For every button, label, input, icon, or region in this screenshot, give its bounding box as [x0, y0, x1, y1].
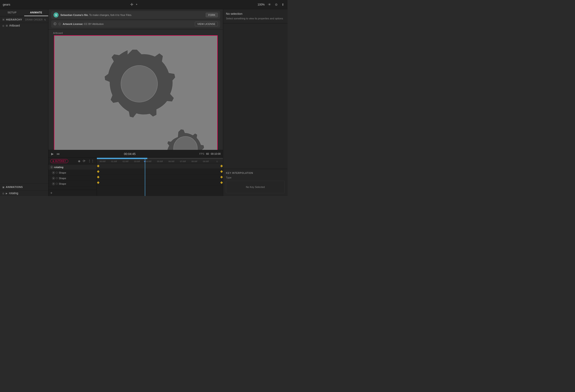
- eye-icon[interactable]: 👁: [267, 2, 272, 7]
- keyframe-shape1-right[interactable]: [220, 170, 223, 173]
- hierarchy-label: HIERARCHY: [6, 18, 22, 21]
- track-shape-3[interactable]: ⬡ Shape: [48, 181, 96, 187]
- license-notification: Ⓒ ⓘ Artwork License: CC BY Attribution V…: [51, 20, 220, 28]
- tab-setup[interactable]: SETUP: [0, 9, 24, 16]
- duration-value: 00:10:00: [211, 152, 221, 155]
- add-track-button[interactable]: +: [48, 190, 96, 196]
- track-circle-1: [52, 171, 55, 174]
- license-label: Artwork License: CC BY Attribution: [63, 23, 104, 25]
- track-shape-2-name: Shape: [59, 177, 66, 180]
- autokey-icon: ⊕: [52, 160, 54, 162]
- track-row-shape-3[interactable]: [97, 180, 223, 185]
- playhead[interactable]: [145, 158, 145, 196]
- svg-point-0: [121, 66, 157, 102]
- keyframe-tool-btn[interactable]: ◈: [77, 159, 81, 163]
- track-rotating-name: rotating: [54, 166, 63, 169]
- timeline-tracks: [97, 163, 223, 196]
- track-rotating[interactable]: rotating: [48, 164, 96, 170]
- track-circle-3: [52, 182, 55, 185]
- shape-icon-2: ⬡: [56, 177, 58, 179]
- center-wrapper: S Sebastian Czuma's file. To make change…: [48, 9, 223, 196]
- hierarchy-section: ⌘ HIERARCHY DRAW ORDER ⇅: [0, 16, 48, 23]
- autokey-button[interactable]: ⊕ AUTOKEY: [50, 159, 68, 163]
- expand-icon[interactable]: ⤢: [56, 38, 59, 41]
- play-icon: ▶: [6, 192, 8, 195]
- right-panel-top: No selection Select something to view it…: [223, 9, 288, 23]
- keyframe-shape3-right[interactable]: [220, 181, 223, 184]
- fps-label: FPS: [199, 152, 204, 155]
- timeline-toolbar: ⊕ AUTOKEY ◈ ⟳ ⋮⋮: [48, 158, 96, 164]
- right-panel-bottom: KEY INTERPOLATION Type No Key Selected: [223, 169, 288, 196]
- ruler-mark-8: 08:00f: [189, 160, 200, 163]
- top-bar: gears ✛ ✦ 100% 👁 ⚙ ⬆: [0, 0, 288, 9]
- fork-button[interactable]: FORK: [206, 13, 218, 17]
- gears-svg: [54, 36, 217, 150]
- artboard-canvas[interactable]: ⤢: [54, 35, 218, 150]
- share-icon[interactable]: ⬆: [281, 2, 285, 7]
- square-icon: ▣: [2, 186, 4, 188]
- crosshair-icon[interactable]: ✛: [130, 2, 133, 7]
- track-row-shape-2[interactable]: [97, 174, 223, 180]
- view-license-button[interactable]: VIEW LICENSE: [195, 22, 218, 26]
- draw-order-label[interactable]: DRAW ORDER: [25, 18, 43, 21]
- no-selection-desc: Select something to view its properties …: [226, 17, 285, 20]
- keyframe-rotating-right[interactable]: [220, 165, 223, 167]
- keyframe-rotating-left[interactable]: [97, 165, 99, 167]
- animations-section: ▣ ANIMATIONS ◎ ▶ rotating: [0, 184, 48, 196]
- animations-header: ▣ ANIMATIONS: [0, 184, 48, 191]
- crosshair-label: ✦: [136, 3, 138, 6]
- more-tool-btn[interactable]: ⋮⋮: [87, 159, 95, 163]
- timeline-track-labels: rotating ⬡ Shape ⬡ Shape: [48, 164, 96, 190]
- time-display: 00:04:45: [62, 152, 198, 156]
- keyframe-shape3-left[interactable]: [97, 181, 99, 184]
- ruler-mark-2: 02:00f: [120, 160, 131, 163]
- hierarchy-icon: ⌘: [2, 19, 5, 21]
- ruler-mark-6: 06:00f: [166, 160, 177, 163]
- right-panel: No selection Select something to view it…: [223, 9, 288, 196]
- keyframe-shape2-right[interactable]: [220, 176, 223, 178]
- notification-area: S Sebastian Czuma's file. To make change…: [48, 9, 223, 30]
- license-cc-icon: Ⓒ: [53, 22, 56, 26]
- track-circle-2: [52, 177, 55, 180]
- animations-label: ANIMATIONS: [6, 186, 23, 188]
- keyframe-shape2-left[interactable]: [97, 176, 99, 178]
- tab-animate[interactable]: ANIMATE: [24, 9, 48, 16]
- play-button[interactable]: ▶: [51, 151, 54, 156]
- track-circle: [50, 166, 53, 169]
- track-row-shape-1[interactable]: [97, 169, 223, 174]
- anim-dot-icon: ◎: [2, 192, 4, 195]
- zoom-level: 100%: [258, 3, 265, 6]
- key-interpolation-title: KEY INTERPOLATION: [226, 172, 285, 174]
- timeline-section: ▶ ⏮ 00:04:45 FPS 60 00:10:00 ⊕ AUTOKEY: [48, 150, 223, 196]
- sync-tool-btn[interactable]: ⟳: [82, 159, 86, 163]
- sidebar-tabs: SETUP ANIMATE: [0, 9, 48, 16]
- timeline-right: 00:00f 01:00f 02:00f 03:00f 04:00f 05:00…: [97, 158, 223, 196]
- skip-button[interactable]: ⏮: [56, 151, 60, 156]
- main-layout: SETUP ANIMATE ⌘ HIERARCHY DRAW ORDER ⇅ ◎…: [0, 9, 288, 196]
- circle-dot-icon: ◎: [2, 24, 4, 27]
- timeline-body: ⊕ AUTOKEY ◈ ⟳ ⋮⋮ rotating: [48, 158, 223, 196]
- track-shape-1-name: Shape: [59, 171, 66, 174]
- info-icon: ⓘ: [58, 22, 61, 26]
- animation-name: rotating: [9, 192, 18, 195]
- track-shape-1[interactable]: ⬡ Shape: [48, 170, 96, 175]
- shape-icon-3: ⬡: [56, 182, 58, 185]
- ruler-mark-1: 01:00f: [108, 160, 120, 163]
- user-avatar: S: [53, 12, 59, 18]
- ruler-progress-bar: [97, 158, 223, 159]
- timeline-left: ⊕ AUTOKEY ◈ ⟳ ⋮⋮ rotating: [48, 158, 97, 196]
- timeline-ruler: 00:00f 01:00f 02:00f 03:00f 04:00f 05:00…: [97, 158, 223, 163]
- artboard-item[interactable]: ◎ ⊞ Artboard: [0, 23, 48, 28]
- left-sidebar: SETUP ANIMATE ⌘ HIERARCHY DRAW ORDER ⇅ ◎…: [0, 9, 48, 196]
- fork-message: Sebastian Czuma's file. To make changes,…: [60, 14, 204, 16]
- settings-icon[interactable]: ⚙: [274, 2, 278, 7]
- track-shape-3-name: Shape: [59, 182, 66, 185]
- playhead-triangle: [144, 161, 146, 162]
- animation-rotating[interactable]: ◎ ▶ rotating: [0, 191, 48, 196]
- top-bar-right: 100% 👁 ⚙ ⬆: [258, 2, 285, 7]
- top-bar-tools: ✛ ✦: [130, 2, 138, 7]
- keyframe-shape1-left[interactable]: [97, 170, 99, 173]
- track-shape-2[interactable]: ⬡ Shape: [48, 175, 96, 181]
- artboard-label: Artboard: [9, 24, 20, 27]
- track-row-rotating[interactable]: [97, 163, 223, 169]
